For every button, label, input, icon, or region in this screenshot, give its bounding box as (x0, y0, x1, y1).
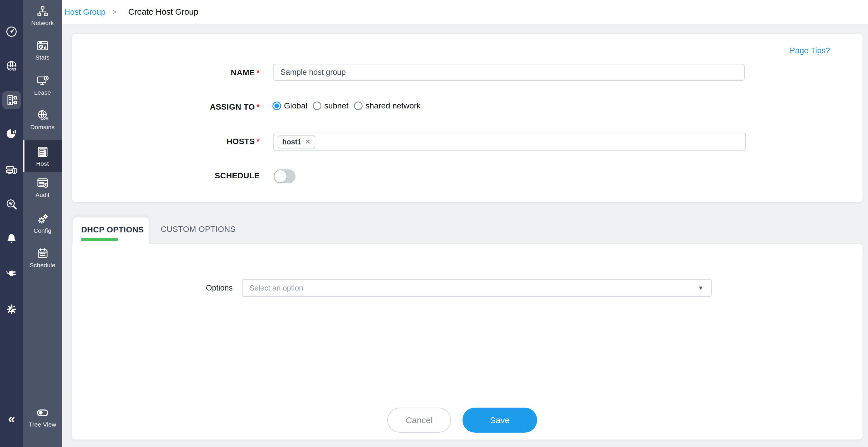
network-tree-icon (36, 5, 49, 18)
required-asterisk: * (257, 137, 260, 146)
name-input[interactable] (273, 64, 745, 81)
config-gears-icon (36, 212, 49, 226)
stats-browser-icon (36, 39, 49, 53)
dhcp-subnav: Network Stats Lease COM Domains Host Aud… (23, 0, 62, 447)
required-asterisk: * (257, 68, 260, 77)
schedule-toggle[interactable] (274, 169, 296, 183)
audit-log-icon (36, 177, 49, 190)
radio-button[interactable] (313, 102, 321, 110)
assign-to-radio-group: Global subnet shared network (273, 101, 421, 110)
host-servers-icon (36, 145, 49, 159)
admin-tools-icon[interactable] (3, 301, 20, 317)
radio-option-global[interactable]: Global (273, 101, 307, 110)
sidebar-item-schedule[interactable]: Schedule (23, 243, 62, 272)
sidebar-item-audit[interactable]: Audit (23, 173, 62, 202)
app-window: DNS « Network Stats (0, 0, 868, 447)
tab-custom-options[interactable]: CUSTOM OPTIONS (161, 225, 236, 234)
breadcrumb-separator: > (112, 7, 117, 16)
dns-globe-icon[interactable]: DNS (3, 58, 20, 74)
svg-text:DNS: DNS (9, 68, 17, 71)
tree-view-toggle-icon (36, 406, 49, 419)
host-tag-chip: host1 ✕ (278, 136, 315, 148)
reports-pie-icon[interactable] (3, 126, 20, 142)
schedule-field-label: SCHEDULE (170, 171, 260, 180)
hosts-field-label: HOSTS* (170, 137, 260, 146)
required-asterisk: * (257, 102, 260, 111)
plugin-icon[interactable] (3, 265, 20, 281)
select-placeholder: Select an option (249, 284, 698, 293)
server-alert-icon[interactable] (3, 162, 20, 178)
hosts-tag-input[interactable]: host1 ✕ (273, 133, 746, 151)
dashboard-gauge-icon[interactable] (3, 24, 20, 40)
primary-rail: DNS « (0, 0, 23, 447)
tab-dhcp-options[interactable]: DHCP OPTIONS (72, 217, 149, 244)
chevron-down-icon: ▼ (698, 285, 704, 291)
sidebar-item-host[interactable]: Host (23, 140, 62, 172)
schedule-calendar-icon (36, 247, 49, 260)
active-tab-underline (81, 238, 118, 241)
options-field-label: Options (144, 284, 233, 293)
sidebar-item-config[interactable]: Config (23, 209, 62, 238)
domains-globe-icon: COM (36, 109, 49, 122)
breadcrumb-host-group-link[interactable]: Host Group (64, 7, 105, 17)
analysis-search-icon[interactable] (3, 197, 20, 213)
sidebar-item-tree-view[interactable]: Tree View (23, 403, 62, 432)
radio-option-subnet[interactable]: subnet (313, 101, 348, 110)
radio-button[interactable] (354, 102, 363, 110)
sidebar-item-domains[interactable]: COM Domains (23, 105, 62, 134)
ipam-server-icon[interactable] (2, 91, 21, 109)
save-button[interactable]: Save (463, 408, 537, 433)
topbar: Host Group > Create Host Group (62, 0, 868, 25)
sidebar-item-network[interactable]: Network (23, 1, 62, 30)
sidebar-item-lease[interactable]: Lease (23, 71, 62, 100)
assign-to-field-label: ASSIGN TO* (170, 102, 260, 112)
notification-bell-icon[interactable] (3, 231, 20, 247)
collapse-sidebar-button[interactable]: « (0, 412, 23, 425)
toggle-knob (275, 170, 286, 182)
name-field-label: NAME* (170, 68, 260, 77)
footer-divider (72, 399, 863, 399)
lease-monitor-icon (36, 74, 49, 88)
radio-button-selected[interactable] (273, 102, 281, 110)
options-select[interactable]: Select an option ▼ (242, 279, 712, 297)
svg-text:COM: COM (41, 117, 49, 120)
sidebar-item-stats[interactable]: Stats (23, 36, 62, 64)
radio-option-shared-network[interactable]: shared network (354, 101, 421, 110)
page-title: Create Host Group (128, 7, 198, 17)
remove-tag-icon[interactable]: ✕ (305, 138, 311, 145)
page-tips-link[interactable]: Page Tips? (790, 46, 830, 55)
cancel-button[interactable]: Cancel (388, 408, 451, 433)
